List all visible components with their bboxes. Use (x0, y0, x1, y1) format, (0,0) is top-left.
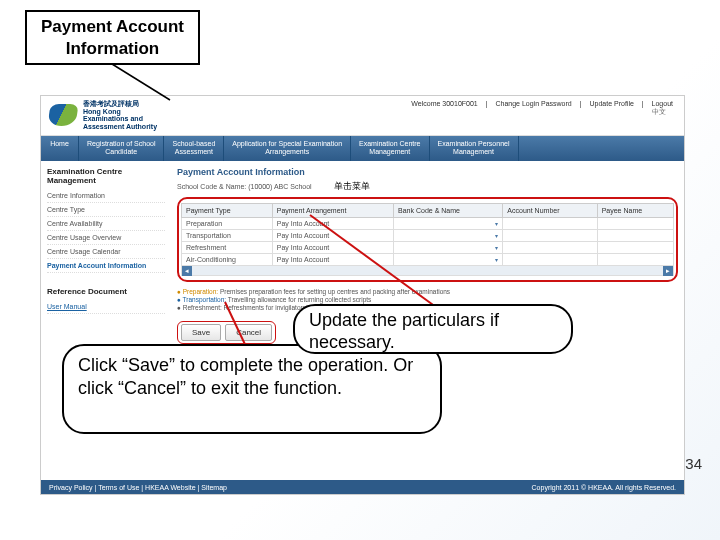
footer-bar: Privacy Policy | Terms of Use | HKEAA We… (41, 480, 684, 494)
nav-tab-exam-centre[interactable]: Examination Centre Management (351, 136, 429, 161)
payee-input[interactable] (597, 253, 673, 265)
footer-right: Copyright 2011 © HKEAA. All rights Reser… (532, 484, 676, 491)
sidebar: Examination Centre Management Centre Inf… (41, 161, 171, 350)
sidebar-item-usage-calendar[interactable]: Centre Usage Calendar (47, 245, 165, 259)
logo: 香港考試及評核局 Hong Kong Examinations and Asse… (49, 100, 157, 131)
annotation-update: Update the particulars if necessary. (293, 304, 573, 354)
note-line: ● Preparation: Premises preparation fees… (177, 288, 678, 296)
logo-text: 香港考試及評核局 Hong Kong Examinations and Asse… (83, 100, 157, 131)
nav-tab-special-exam[interactable]: Application for Special Examination Arra… (224, 136, 351, 161)
account-input[interactable] (503, 253, 597, 265)
sidebar-item-centre-info[interactable]: Centre Information (47, 189, 165, 203)
school-value: (10000) ABC School (248, 183, 311, 190)
title-l1: Payment Account (41, 17, 184, 36)
bank-select[interactable] (394, 253, 503, 265)
lang-toggle[interactable]: 中文 (408, 107, 676, 117)
cell-type: Air-Conditioning (182, 253, 273, 265)
cell-type: Transportation (182, 229, 273, 241)
table-row: Air-ConditioningPay Into Account (182, 253, 674, 265)
nav-home[interactable]: Home (41, 136, 79, 161)
cell-arrangement: Pay Into Account (272, 217, 393, 229)
col-bank[interactable]: Bank Code & Name (394, 203, 503, 217)
payee-input[interactable] (597, 241, 673, 253)
button-highlight: Save Cancel (177, 321, 276, 344)
bank-select[interactable] (394, 229, 503, 241)
link-change-password[interactable]: Change Login Password (492, 100, 574, 107)
h-scrollbar[interactable]: ◂ ▸ (182, 265, 674, 275)
title-l2: Information (66, 39, 160, 58)
nav-bar: Home Registration of School Candidate Sc… (41, 136, 684, 161)
link-update-profile[interactable]: Update Profile (586, 100, 636, 107)
account-input[interactable] (503, 241, 597, 253)
header-links: Welcome 30010F001 | Change Login Passwor… (408, 100, 676, 107)
cell-arrangement: Pay Into Account (272, 253, 393, 265)
cell-arrangement: Pay Into Account (272, 229, 393, 241)
app-header: 香港考試及評核局 Hong Kong Examinations and Asse… (41, 96, 684, 136)
cell-arrangement: Pay Into Account (272, 241, 393, 253)
sidebar-title: Examination Centre Management (47, 167, 165, 185)
scroll-left-icon[interactable]: ◂ (182, 266, 192, 276)
overlay-hint: 单击菜单 (334, 181, 370, 191)
table-row: TransportationPay Into Account (182, 229, 674, 241)
annotation-save-cancel: Click “Save” to complete the operation. … (62, 344, 442, 434)
link-logout[interactable]: Logout (649, 100, 676, 107)
account-input[interactable] (503, 229, 597, 241)
welcome-text: Welcome 30010F001 (408, 100, 480, 107)
ref-doc-title: Reference Document (47, 287, 165, 296)
bank-select[interactable] (394, 217, 503, 229)
cancel-button[interactable]: Cancel (225, 324, 272, 341)
payee-input[interactable] (597, 229, 673, 241)
payment-table: Payment Type Payment Arrangement Bank Co… (181, 203, 674, 276)
cell-type: Preparation (182, 217, 273, 229)
sidebar-item-usage-overview[interactable]: Centre Usage Overview (47, 231, 165, 245)
panel-title: Payment Account Information (177, 167, 678, 177)
table-row: RefreshmentPay Into Account (182, 241, 674, 253)
payment-table-highlight: Payment Type Payment Arrangement Bank Co… (177, 197, 678, 282)
nav-tab-personnel[interactable]: Examination Personnel Management (430, 136, 519, 161)
bank-select[interactable] (394, 241, 503, 253)
col-account-num[interactable]: Account Number (503, 203, 597, 217)
logo-icon (47, 104, 78, 126)
nav-tab-registration[interactable]: Registration of School Candidate (79, 136, 164, 161)
sidebar-item-centre-type[interactable]: Centre Type (47, 203, 165, 217)
col-payment-type[interactable]: Payment Type (182, 203, 273, 217)
sidebar-item-centre-availability[interactable]: Centre Availability (47, 217, 165, 231)
payee-input[interactable] (597, 217, 673, 229)
school-label: School Code & Name: (177, 183, 246, 190)
app-screenshot: 香港考試及評核局 Hong Kong Examinations and Asse… (40, 95, 685, 495)
col-arrangement[interactable]: Payment Arrangement (272, 203, 393, 217)
account-input[interactable] (503, 217, 597, 229)
slide-number: 34 (685, 455, 702, 472)
col-payee[interactable]: Payee Name (597, 203, 673, 217)
save-button[interactable]: Save (181, 324, 221, 341)
cell-type: Refreshment (182, 241, 273, 253)
scroll-right-icon[interactable]: ▸ (663, 266, 673, 276)
footer-left[interactable]: Privacy Policy | Terms of Use | HKEAA We… (49, 484, 227, 491)
slide-title-callout: Payment Account Information (25, 10, 200, 65)
sidebar-item-payment-account[interactable]: Payment Account Information (47, 259, 165, 273)
nav-tab-sba[interactable]: School-based Assessment (164, 136, 224, 161)
ref-doc-link[interactable]: User Manual (47, 300, 165, 314)
table-row: PreparationPay Into Account (182, 217, 674, 229)
